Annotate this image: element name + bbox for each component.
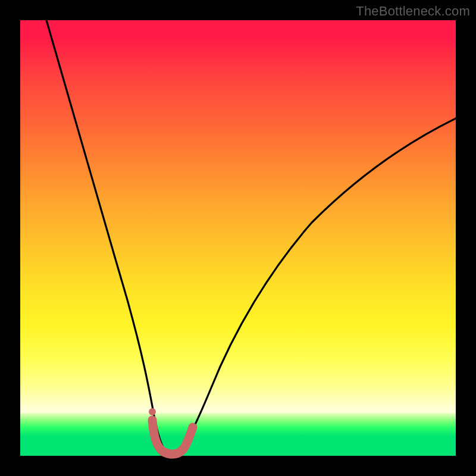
valley-marker-arc (152, 420, 193, 454)
watermark-text: TheBottleneck.com (356, 4, 470, 19)
bottleneck-curve (20, 20, 456, 456)
plot-area (20, 20, 456, 456)
valley-start-dot (149, 408, 156, 415)
chart-frame: TheBottleneck.com (0, 0, 476, 476)
